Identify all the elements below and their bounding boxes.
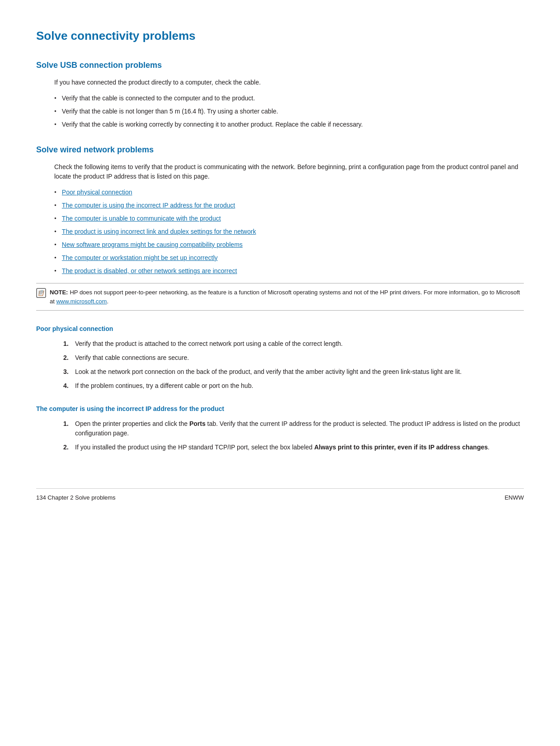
list-item: The computer is unable to communicate wi… [54, 214, 524, 223]
link-link-duplex[interactable]: The product is using incorrect link and … [62, 227, 256, 236]
list-item: 2. If you installed the product using th… [63, 443, 524, 452]
wired-section-title: Solve wired network problems [36, 144, 524, 156]
link-workstation-setup[interactable]: The computer or workstation might be set… [62, 253, 218, 263]
list-item: 1. Open the printer properties and click… [63, 419, 524, 438]
usb-intro: If you have connected the product direct… [54, 78, 524, 87]
footer-right: ENWW [504, 493, 524, 502]
page-footer: 134 Chapter 2 Solve problems ENWW [36, 488, 524, 502]
wired-intro: Check the following items to verify that… [54, 162, 524, 181]
poor-physical-title: Poor physical connection [36, 324, 524, 334]
list-item: Poor physical connection [54, 188, 524, 197]
list-item: The product is disabled, or other networ… [54, 266, 524, 276]
usb-bullets: Verify that the cable is connected to th… [54, 94, 524, 129]
list-item: Verify that the cable is not longer than… [54, 107, 524, 116]
link-product-disabled[interactable]: The product is disabled, or other networ… [62, 266, 237, 276]
list-item: 2.Verify that cable connections are secu… [63, 353, 524, 363]
list-item: New software programs might be causing c… [54, 240, 524, 250]
list-item: 4.If the problem continues, try a differ… [63, 381, 524, 391]
page-title: Solve connectivity problems [36, 27, 524, 45]
link-poor-physical[interactable]: Poor physical connection [62, 188, 132, 197]
list-item: Verify that the cable is connected to th… [54, 94, 524, 103]
note-label: NOTE: [50, 289, 68, 296]
wired-links-list: Poor physical connection The computer is… [54, 188, 524, 276]
usb-section-title: Solve USB connection problems [36, 59, 524, 71]
link-incorrect-ip[interactable]: The computer is using the incorrect IP a… [62, 201, 235, 210]
list-item: The computer is using the incorrect IP a… [54, 201, 524, 210]
note-text: NOTE:HP does not support peer-to-peer ne… [50, 288, 524, 306]
list-item: The product is using incorrect link and … [54, 227, 524, 236]
list-item: The computer or workstation might be set… [54, 253, 524, 263]
note-icon: 📋 [36, 288, 46, 298]
microsoft-link[interactable]: www.microsoft.com [56, 298, 107, 305]
link-new-software[interactable]: New software programs might be causing c… [62, 240, 243, 250]
link-unable-communicate[interactable]: The computer is unable to communicate wi… [62, 214, 221, 223]
note-box: 📋 NOTE:HP does not support peer-to-peer … [36, 283, 524, 311]
poor-physical-steps: 1.Verify that the product is attached to… [63, 339, 524, 391]
list-item: 3.Look at the network port connection on… [63, 367, 524, 377]
list-item: 1.Verify that the product is attached to… [63, 339, 524, 349]
list-item: Verify that the cable is working correct… [54, 120, 524, 129]
incorrect-ip-steps: 1. Open the printer properties and click… [63, 419, 524, 452]
incorrect-ip-title: The computer is using the incorrect IP a… [36, 404, 524, 414]
footer-left: 134 Chapter 2 Solve problems [36, 493, 116, 502]
